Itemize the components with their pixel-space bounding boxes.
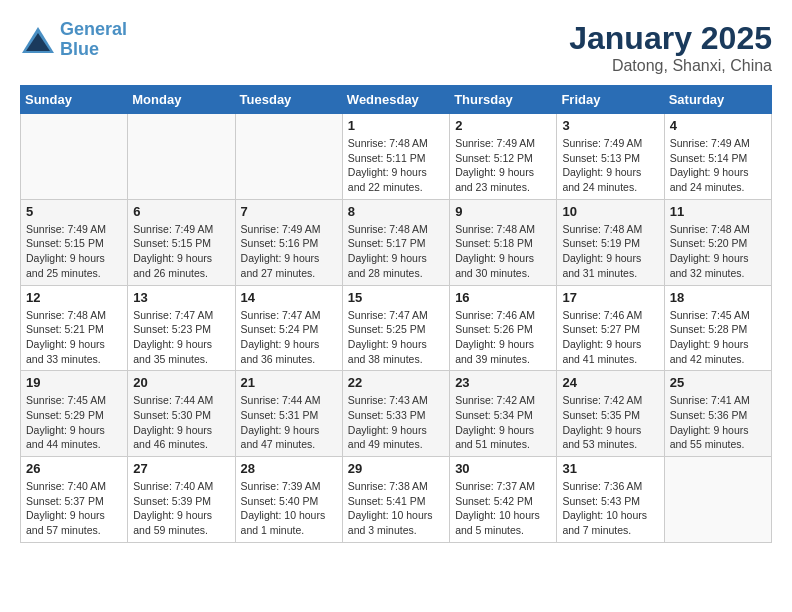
calendar-cell: 24Sunrise: 7:42 AM Sunset: 5:35 PM Dayli… [557,371,664,457]
calendar-cell: 16Sunrise: 7:46 AM Sunset: 5:26 PM Dayli… [450,285,557,371]
calendar-title: January 2025 [569,20,772,57]
weekday-header-row: SundayMondayTuesdayWednesdayThursdayFrid… [21,86,772,114]
day-number: 22 [348,375,444,390]
day-content: Sunrise: 7:48 AM Sunset: 5:17 PM Dayligh… [348,222,444,281]
calendar-cell: 4Sunrise: 7:49 AM Sunset: 5:14 PM Daylig… [664,114,771,200]
day-number: 16 [455,290,551,305]
calendar-cell [21,114,128,200]
day-content: Sunrise: 7:46 AM Sunset: 5:26 PM Dayligh… [455,308,551,367]
day-content: Sunrise: 7:48 AM Sunset: 5:20 PM Dayligh… [670,222,766,281]
calendar-week-row: 19Sunrise: 7:45 AM Sunset: 5:29 PM Dayli… [21,371,772,457]
day-content: Sunrise: 7:48 AM Sunset: 5:18 PM Dayligh… [455,222,551,281]
calendar-cell: 9Sunrise: 7:48 AM Sunset: 5:18 PM Daylig… [450,199,557,285]
calendar-cell: 18Sunrise: 7:45 AM Sunset: 5:28 PM Dayli… [664,285,771,371]
day-number: 13 [133,290,229,305]
day-content: Sunrise: 7:49 AM Sunset: 5:12 PM Dayligh… [455,136,551,195]
day-content: Sunrise: 7:44 AM Sunset: 5:30 PM Dayligh… [133,393,229,452]
day-content: Sunrise: 7:47 AM Sunset: 5:24 PM Dayligh… [241,308,337,367]
calendar-cell: 15Sunrise: 7:47 AM Sunset: 5:25 PM Dayli… [342,285,449,371]
calendar-week-row: 26Sunrise: 7:40 AM Sunset: 5:37 PM Dayli… [21,457,772,543]
calendar-cell: 13Sunrise: 7:47 AM Sunset: 5:23 PM Dayli… [128,285,235,371]
day-content: Sunrise: 7:39 AM Sunset: 5:40 PM Dayligh… [241,479,337,538]
calendar-cell: 25Sunrise: 7:41 AM Sunset: 5:36 PM Dayli… [664,371,771,457]
day-content: Sunrise: 7:43 AM Sunset: 5:33 PM Dayligh… [348,393,444,452]
logo-text: General Blue [60,20,127,60]
calendar-cell: 22Sunrise: 7:43 AM Sunset: 5:33 PM Dayli… [342,371,449,457]
calendar-cell: 17Sunrise: 7:46 AM Sunset: 5:27 PM Dayli… [557,285,664,371]
calendar-subtitle: Datong, Shanxi, China [569,57,772,75]
day-number: 19 [26,375,122,390]
day-number: 2 [455,118,551,133]
logo-icon [20,25,56,55]
day-number: 6 [133,204,229,219]
calendar-cell: 1Sunrise: 7:48 AM Sunset: 5:11 PM Daylig… [342,114,449,200]
calendar-cell [235,114,342,200]
logo: General Blue [20,20,127,60]
calendar-cell: 23Sunrise: 7:42 AM Sunset: 5:34 PM Dayli… [450,371,557,457]
calendar-cell [664,457,771,543]
calendar-cell [128,114,235,200]
day-number: 1 [348,118,444,133]
weekday-header: Monday [128,86,235,114]
day-content: Sunrise: 7:48 AM Sunset: 5:21 PM Dayligh… [26,308,122,367]
day-content: Sunrise: 7:44 AM Sunset: 5:31 PM Dayligh… [241,393,337,452]
calendar-week-row: 1Sunrise: 7:48 AM Sunset: 5:11 PM Daylig… [21,114,772,200]
calendar-cell: 2Sunrise: 7:49 AM Sunset: 5:12 PM Daylig… [450,114,557,200]
day-content: Sunrise: 7:48 AM Sunset: 5:19 PM Dayligh… [562,222,658,281]
day-number: 8 [348,204,444,219]
calendar-cell: 29Sunrise: 7:38 AM Sunset: 5:41 PM Dayli… [342,457,449,543]
day-content: Sunrise: 7:48 AM Sunset: 5:11 PM Dayligh… [348,136,444,195]
day-number: 14 [241,290,337,305]
calendar-cell: 27Sunrise: 7:40 AM Sunset: 5:39 PM Dayli… [128,457,235,543]
day-number: 24 [562,375,658,390]
day-content: Sunrise: 7:42 AM Sunset: 5:34 PM Dayligh… [455,393,551,452]
calendar-cell: 8Sunrise: 7:48 AM Sunset: 5:17 PM Daylig… [342,199,449,285]
day-content: Sunrise: 7:46 AM Sunset: 5:27 PM Dayligh… [562,308,658,367]
calendar-cell: 30Sunrise: 7:37 AM Sunset: 5:42 PM Dayli… [450,457,557,543]
day-content: Sunrise: 7:47 AM Sunset: 5:25 PM Dayligh… [348,308,444,367]
calendar-cell: 6Sunrise: 7:49 AM Sunset: 5:15 PM Daylig… [128,199,235,285]
calendar-cell: 3Sunrise: 7:49 AM Sunset: 5:13 PM Daylig… [557,114,664,200]
day-number: 26 [26,461,122,476]
day-content: Sunrise: 7:49 AM Sunset: 5:15 PM Dayligh… [26,222,122,281]
day-number: 11 [670,204,766,219]
day-content: Sunrise: 7:45 AM Sunset: 5:28 PM Dayligh… [670,308,766,367]
calendar-table: SundayMondayTuesdayWednesdayThursdayFrid… [20,85,772,543]
calendar-cell: 5Sunrise: 7:49 AM Sunset: 5:15 PM Daylig… [21,199,128,285]
day-content: Sunrise: 7:49 AM Sunset: 5:13 PM Dayligh… [562,136,658,195]
calendar-cell: 7Sunrise: 7:49 AM Sunset: 5:16 PM Daylig… [235,199,342,285]
day-number: 7 [241,204,337,219]
day-number: 31 [562,461,658,476]
day-number: 15 [348,290,444,305]
weekday-header: Saturday [664,86,771,114]
day-content: Sunrise: 7:40 AM Sunset: 5:39 PM Dayligh… [133,479,229,538]
day-number: 23 [455,375,551,390]
calendar-cell: 11Sunrise: 7:48 AM Sunset: 5:20 PM Dayli… [664,199,771,285]
day-number: 4 [670,118,766,133]
page-header: General Blue January 2025 Datong, Shanxi… [20,20,772,75]
day-content: Sunrise: 7:42 AM Sunset: 5:35 PM Dayligh… [562,393,658,452]
calendar-cell: 20Sunrise: 7:44 AM Sunset: 5:30 PM Dayli… [128,371,235,457]
weekday-header: Sunday [21,86,128,114]
day-number: 12 [26,290,122,305]
day-number: 3 [562,118,658,133]
calendar-week-row: 12Sunrise: 7:48 AM Sunset: 5:21 PM Dayli… [21,285,772,371]
day-number: 17 [562,290,658,305]
weekday-header: Friday [557,86,664,114]
day-content: Sunrise: 7:45 AM Sunset: 5:29 PM Dayligh… [26,393,122,452]
day-number: 30 [455,461,551,476]
calendar-cell: 28Sunrise: 7:39 AM Sunset: 5:40 PM Dayli… [235,457,342,543]
day-content: Sunrise: 7:49 AM Sunset: 5:15 PM Dayligh… [133,222,229,281]
day-number: 29 [348,461,444,476]
day-content: Sunrise: 7:41 AM Sunset: 5:36 PM Dayligh… [670,393,766,452]
day-content: Sunrise: 7:49 AM Sunset: 5:16 PM Dayligh… [241,222,337,281]
day-content: Sunrise: 7:47 AM Sunset: 5:23 PM Dayligh… [133,308,229,367]
day-content: Sunrise: 7:40 AM Sunset: 5:37 PM Dayligh… [26,479,122,538]
calendar-week-row: 5Sunrise: 7:49 AM Sunset: 5:15 PM Daylig… [21,199,772,285]
day-number: 27 [133,461,229,476]
title-block: January 2025 Datong, Shanxi, China [569,20,772,75]
day-content: Sunrise: 7:36 AM Sunset: 5:43 PM Dayligh… [562,479,658,538]
day-number: 9 [455,204,551,219]
calendar-cell: 14Sunrise: 7:47 AM Sunset: 5:24 PM Dayli… [235,285,342,371]
calendar-cell: 12Sunrise: 7:48 AM Sunset: 5:21 PM Dayli… [21,285,128,371]
